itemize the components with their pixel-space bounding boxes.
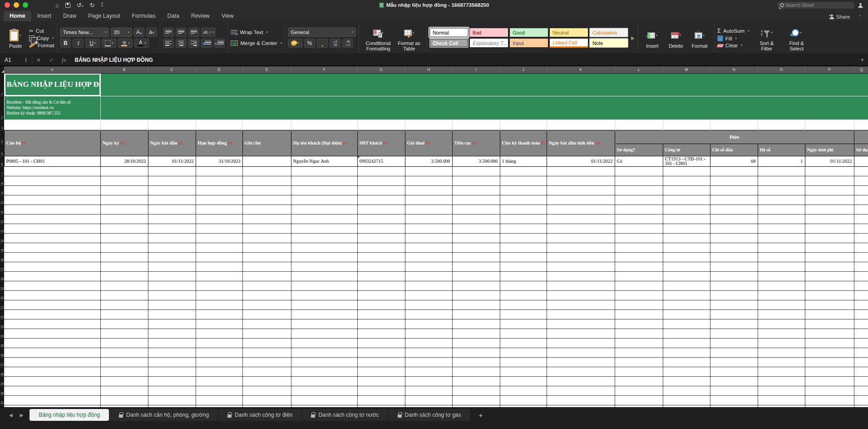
- next-sheet-button[interactable]: ▶: [20, 413, 24, 418]
- cell-B20[interactable]: [100, 290, 148, 300]
- cell-L28[interactable]: [615, 367, 663, 376]
- cell-E8[interactable]: [242, 176, 291, 185]
- cell-A10[interactable]: [4, 195, 100, 205]
- cell-L24[interactable]: [615, 329, 663, 338]
- cell-K31[interactable]: [547, 395, 615, 405]
- cell-K8[interactable]: [547, 176, 615, 185]
- cell-A18[interactable]: [4, 271, 100, 281]
- cell-style-linked-cell[interactable]: Linked Cell: [549, 38, 588, 48]
- cell-G19[interactable]: [357, 281, 405, 290]
- ribbon-tab-page-layout[interactable]: Page Layout: [82, 11, 126, 21]
- cell-H29[interactable]: [405, 376, 452, 386]
- cell-O27[interactable]: [758, 357, 805, 367]
- cell-Q12[interactable]: [854, 214, 868, 224]
- cell-A3[interactable]: [4, 120, 100, 130]
- conditional-formatting-button[interactable]: ▾ Conditional Formatting: [362, 25, 395, 51]
- cell-D7[interactable]: [196, 166, 242, 176]
- cell-F25[interactable]: [291, 338, 357, 348]
- column-header-D[interactable]: D: [196, 66, 242, 73]
- cell-A32[interactable]: [4, 405, 100, 407]
- find-select-button[interactable]: ▾ Find & Select: [784, 25, 809, 51]
- cell-P24[interactable]: [805, 329, 854, 338]
- cell-E17[interactable]: [242, 262, 291, 271]
- cell-C22[interactable]: [148, 309, 196, 319]
- header-A[interactable]: Căn hộ (*): [4, 130, 100, 156]
- cell-I10[interactable]: [452, 195, 500, 205]
- cell-Q6[interactable]: [854, 156, 868, 166]
- cell-P21[interactable]: [805, 300, 854, 309]
- cell-M29[interactable]: [663, 376, 710, 386]
- cell-K24[interactable]: [547, 329, 615, 338]
- cell-O19[interactable]: [758, 281, 805, 290]
- cell-J6[interactable]: 1 tháng: [500, 156, 547, 166]
- cell-F8[interactable]: [291, 176, 357, 185]
- cell-A19[interactable]: [4, 281, 100, 290]
- cell-J8[interactable]: [500, 176, 547, 185]
- cell-I19[interactable]: [452, 281, 500, 290]
- cell-E7[interactable]: [242, 166, 291, 176]
- cell-E14[interactable]: [242, 233, 291, 243]
- cell-E15[interactable]: [242, 243, 291, 252]
- cell-J9[interactable]: [500, 185, 547, 195]
- cell-C11[interactable]: [148, 205, 196, 214]
- cell-F10[interactable]: [291, 195, 357, 205]
- cell-F15[interactable]: [291, 243, 357, 252]
- row-header-7[interactable]: 7: [0, 166, 4, 176]
- cell-P16[interactable]: [805, 252, 854, 262]
- cell-H6[interactable]: 3.500.000: [405, 156, 452, 166]
- cell-L11[interactable]: [615, 205, 663, 214]
- cell-Q31[interactable]: [854, 395, 868, 405]
- cell-D11[interactable]: [196, 205, 242, 214]
- cell-C8[interactable]: [148, 176, 196, 185]
- cell-F11[interactable]: [291, 205, 357, 214]
- cell-N25[interactable]: [710, 338, 758, 348]
- align-left-button[interactable]: [163, 39, 174, 48]
- cell-D21[interactable]: [196, 300, 242, 309]
- cell-O24[interactable]: [758, 329, 805, 338]
- cell-J7[interactable]: [500, 166, 547, 176]
- cell-C10[interactable]: [148, 195, 196, 205]
- cell-L29[interactable]: [615, 376, 663, 386]
- cell-E22[interactable]: [242, 309, 291, 319]
- cell-J32[interactable]: [500, 405, 547, 407]
- cell-N27[interactable]: [710, 357, 758, 367]
- column-header-N[interactable]: N: [710, 66, 758, 73]
- cell-B6[interactable]: 28/10/2022: [100, 156, 148, 166]
- row-header-21[interactable]: 21: [0, 300, 4, 309]
- cell-I20[interactable]: [452, 290, 500, 300]
- cell-C21[interactable]: [148, 300, 196, 309]
- cell-B8[interactable]: [100, 176, 148, 185]
- cell-N18[interactable]: [710, 271, 758, 281]
- cell-C18[interactable]: [148, 271, 196, 281]
- insert-function-icon[interactable]: fx: [58, 56, 70, 64]
- cell-H14[interactable]: [405, 233, 452, 243]
- cell-F32[interactable]: [291, 405, 357, 407]
- cell-M17[interactable]: [663, 262, 710, 271]
- cell-B28[interactable]: [100, 367, 148, 376]
- row-header-19[interactable]: 19: [0, 281, 4, 290]
- cell-H30[interactable]: [405, 386, 452, 395]
- cell-C17[interactable]: [148, 262, 196, 271]
- cell-J11[interactable]: [500, 205, 547, 214]
- font-size-select[interactable]: 20▾: [111, 28, 132, 37]
- cell-N32[interactable]: [710, 405, 758, 407]
- cell-J19[interactable]: [500, 281, 547, 290]
- cell-C6[interactable]: 01/11/2022: [148, 156, 196, 166]
- cell-D31[interactable]: [196, 395, 242, 405]
- cell-A14[interactable]: [4, 233, 100, 243]
- cell-H26[interactable]: [405, 348, 452, 357]
- decrease-indent-button[interactable]: ◂: [201, 39, 212, 48]
- cell-M8[interactable]: [663, 176, 710, 185]
- header-F[interactable]: Họ tên khách (Đại diện) (*): [291, 130, 357, 156]
- cell-D19[interactable]: [196, 281, 242, 290]
- cell-M24[interactable]: [663, 329, 710, 338]
- cell-C12[interactable]: [148, 214, 196, 224]
- cell-M26[interactable]: [663, 348, 710, 357]
- row-header-17[interactable]: 17: [0, 262, 4, 271]
- cell-O23[interactable]: [758, 319, 805, 329]
- cell-C25[interactable]: [148, 338, 196, 348]
- cell-E24[interactable]: [242, 329, 291, 338]
- cell-O16[interactable]: [758, 252, 805, 262]
- cell-D8[interactable]: [196, 176, 242, 185]
- cell-B7[interactable]: [100, 166, 148, 176]
